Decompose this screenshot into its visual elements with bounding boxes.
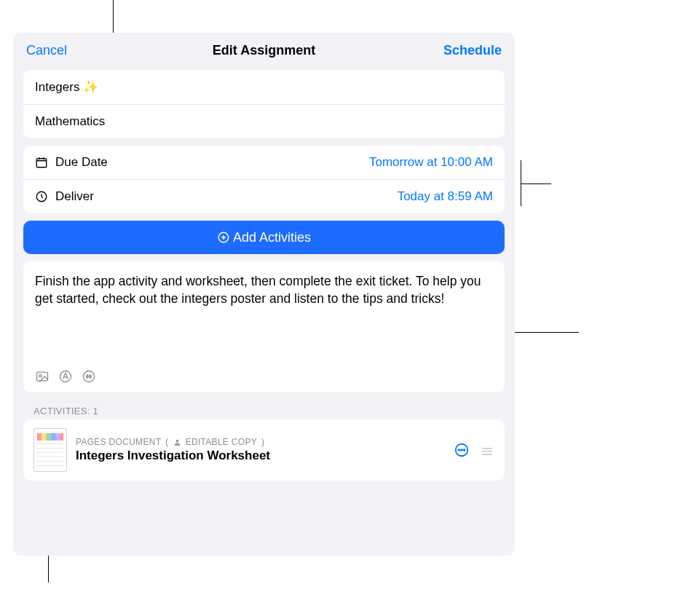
due-date-value: Tomorrow at 10:00 AM: [369, 155, 493, 170]
more-icon[interactable]: [454, 442, 470, 458]
drag-handle-icon[interactable]: [480, 444, 494, 456]
svg-point-11: [464, 449, 465, 451]
add-activities-label: Add Activities: [233, 230, 311, 245]
class-field[interactable]: Mathematics: [23, 104, 505, 138]
document-thumbnail: [33, 428, 67, 472]
dates-card: Due Date Tomorrow at 10:00 AM Deliver To…: [23, 146, 505, 213]
person-icon: [173, 438, 181, 446]
activity-meta: PAGES DOCUMENT ( EDITABLE COPY ): [76, 437, 270, 447]
audio-icon[interactable]: [82, 369, 96, 384]
instructions-text: Finish the app activity and worksheet, t…: [35, 273, 493, 307]
media-toolbar: [35, 369, 96, 384]
assignment-title-field[interactable]: Integers ✨: [23, 70, 505, 104]
add-activities-button[interactable]: Add Activities: [23, 221, 505, 254]
due-date-row[interactable]: Due Date Tomorrow at 10:00 AM: [23, 146, 505, 179]
assignment-title-text: Integers ✨: [35, 79, 98, 95]
class-text: Mathematics: [35, 114, 105, 129]
deliver-label: Deliver: [55, 189, 94, 204]
callout-line: [521, 183, 551, 184]
schedule-button[interactable]: Schedule: [443, 43, 502, 58]
activity-type-label: PAGES DOCUMENT: [76, 437, 161, 447]
svg-point-4: [39, 375, 42, 377]
calendar-icon: [35, 156, 48, 169]
activity-title: Integers Investigation Worksheet: [76, 449, 270, 463]
svg-rect-0: [36, 159, 47, 167]
instructions-card[interactable]: Finish the app activity and worksheet, t…: [23, 261, 505, 392]
deliver-value: Today at 8:59 AM: [398, 189, 493, 204]
activities-section-header: ACTIVITIES: 1: [33, 406, 494, 416]
name-card: Integers ✨ Mathematics: [23, 70, 505, 138]
clock-icon: [35, 190, 48, 203]
edit-assignment-panel: Cancel Edit Assignment Schedule Integers…: [13, 33, 515, 556]
svg-point-10: [461, 449, 462, 451]
photo-icon[interactable]: [35, 369, 50, 384]
deliver-row[interactable]: Deliver Today at 8:59 AM: [23, 179, 505, 213]
plus-circle-icon: [217, 231, 230, 244]
svg-point-5: [60, 371, 71, 382]
activity-info: PAGES DOCUMENT ( EDITABLE COPY ) Integer…: [76, 437, 270, 463]
markup-icon[interactable]: [58, 369, 73, 384]
page-title: Edit Assignment: [213, 43, 315, 58]
cancel-button[interactable]: Cancel: [26, 43, 67, 58]
activity-actions: [454, 442, 494, 458]
panel-header: Cancel Edit Assignment Schedule: [13, 33, 515, 66]
activity-item[interactable]: PAGES DOCUMENT ( EDITABLE COPY ) Integer…: [23, 419, 505, 481]
due-date-label: Due Date: [55, 155, 108, 170]
svg-point-9: [458, 449, 459, 451]
activity-copy-label: EDITABLE COPY: [186, 437, 257, 447]
svg-point-7: [175, 439, 178, 442]
